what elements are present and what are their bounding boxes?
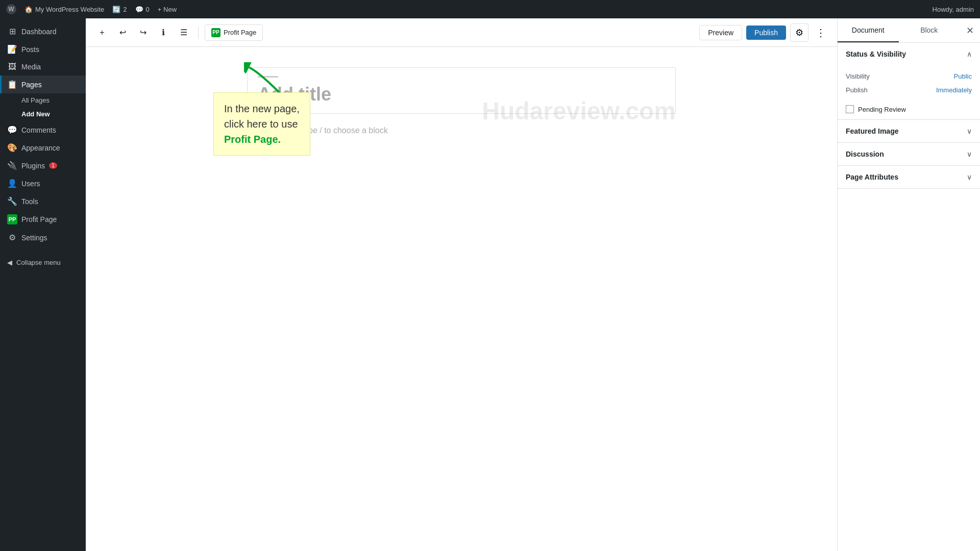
sidebar-item-settings[interactable]: ⚙ Settings [0, 229, 86, 246]
pending-review-checkbox[interactable] [846, 105, 854, 113]
sidebar-item-appearance[interactable]: 🎨 Appearance [0, 139, 86, 157]
more-options-button[interactable]: ⋮ [813, 24, 829, 41]
sidebar-label-pages: Pages [21, 81, 42, 89]
sidebar-item-dashboard[interactable]: ⊞ Dashboard [0, 22, 86, 40]
visibility-row: Visibility Public [846, 69, 972, 83]
sidebar-item-plugins[interactable]: 🔌 Plugins 1 [0, 157, 86, 174]
sidebar-item-users[interactable]: 👤 Users [0, 174, 86, 192]
sidebar-item-posts[interactable]: 📝 Posts [0, 40, 86, 58]
undo-icon: ↩ [119, 28, 126, 37]
section-featured-image: Featured Image ∨ [838, 120, 980, 143]
discussion-header[interactable]: Discussion ∨ [838, 143, 980, 165]
profit-page-toolbar-icon: PP [211, 28, 220, 37]
preview-button[interactable]: Preview [699, 25, 742, 40]
plugins-badge: 1 [49, 162, 57, 169]
panel-tabs: Document Block ✕ [838, 18, 980, 43]
sidebar-label-dashboard: Dashboard [21, 28, 57, 36]
howdy-text: Howdy, admin [933, 6, 974, 13]
tooltip-overlay: In the new page, click here to use Profi… [213, 62, 310, 156]
sidebar-label-comments: Comments [21, 126, 56, 134]
info-icon: ℹ [162, 28, 165, 37]
users-icon: 👤 [7, 179, 17, 188]
sidebar-subitem-add-new[interactable]: Add New [0, 107, 86, 121]
content-placeholder[interactable]: Start writing or type / to choose a bloc… [247, 126, 676, 135]
posts-icon: 📝 [7, 44, 17, 54]
add-new-label: Add New [21, 110, 50, 118]
close-icon: ✕ [966, 25, 974, 36]
page-attributes-title: Page Attributes [846, 173, 898, 181]
sidebar-item-profit-page[interactable]: PP Profit Page [0, 210, 86, 229]
pages-icon: 📋 [7, 80, 17, 89]
editor-area: + ↩ ↪ ℹ ☰ PP Profit Page Preview [86, 18, 837, 551]
appearance-icon: 🎨 [7, 143, 17, 153]
wp-logo-icon[interactable]: W [6, 4, 16, 14]
sidebar-label-appearance: Appearance [21, 144, 60, 152]
sidebar-label-media: Media [21, 63, 41, 71]
discussion-title: Discussion [846, 150, 884, 158]
profit-page-toolbar-label: Profit Page [224, 29, 256, 36]
gear-icon: ⚙ [795, 27, 803, 38]
sidebar-label-tools: Tools [21, 197, 38, 206]
sidebar-item-comments[interactable]: 💬 Comments [0, 121, 86, 139]
section-discussion: Discussion ∨ [838, 143, 980, 166]
collapse-icon: ◀ [7, 259, 12, 266]
featured-image-chevron: ∨ [967, 127, 972, 135]
media-icon: 🖼 [7, 62, 17, 71]
publish-label: Publish [846, 86, 868, 94]
redo-button[interactable]: ↪ [135, 24, 151, 41]
status-visibility-header[interactable]: Status & Visibility ∧ [838, 43, 980, 65]
status-visibility-body: Visibility Public Publish Immediately [838, 65, 980, 105]
collapse-label: Collapse menu [16, 259, 61, 266]
section-status-visibility: Status & Visibility ∧ Visibility Public … [838, 43, 980, 120]
status-visibility-title: Status & Visibility [846, 50, 906, 58]
all-pages-label: All Pages [21, 96, 50, 104]
sidebar-label-settings: Settings [21, 234, 47, 242]
sidebar-subitem-all-pages[interactable]: All Pages [0, 93, 86, 107]
updates-link[interactable]: 🔄 2 [112, 6, 127, 13]
publish-button[interactable]: Publish [746, 26, 786, 40]
redo-icon: ↪ [140, 28, 146, 37]
plugins-icon: 🔌 [7, 161, 17, 170]
right-panel: Document Block ✕ Status & Visibility ∧ V… [837, 18, 980, 551]
sidebar-item-pages[interactable]: 📋 Pages [0, 76, 86, 93]
list-icon: ☰ [180, 28, 187, 37]
title-input-area[interactable]: Add title [247, 67, 676, 114]
publish-row: Publish Immediately [846, 83, 972, 97]
featured-image-header[interactable]: Featured Image ∨ [838, 120, 980, 142]
tab-document[interactable]: Document [838, 18, 899, 42]
sidebar-item-tools[interactable]: 🔧 Tools [0, 192, 86, 210]
editor-content[interactable]: In the new page, click here to use Profi… [86, 47, 837, 551]
page-attributes-header[interactable]: Page Attributes ∨ [838, 166, 980, 188]
info-button[interactable]: ℹ [155, 24, 172, 41]
sidebar-label-profit-page: Profit Page [21, 215, 57, 223]
toolbar-right: Preview Publish ⚙ ⋮ [699, 23, 829, 42]
page-editor: Add title Start writing or type / to cho… [247, 67, 676, 135]
panel-close-button[interactable]: ✕ [960, 18, 980, 42]
comments-link[interactable]: 💬 0 [135, 6, 150, 13]
admin-bar: W 🏠 My WordPress Website 🔄 2 💬 0 + New H… [0, 0, 980, 18]
publish-value[interactable]: Immediately [936, 86, 972, 94]
section-page-attributes: Page Attributes ∨ [838, 166, 980, 189]
profit-page-toolbar-button[interactable]: PP Profit Page [205, 24, 263, 41]
collapse-menu-button[interactable]: ◀ Collapse menu [0, 255, 86, 270]
visibility-value[interactable]: Public [954, 72, 972, 80]
comments-icon: 💬 [7, 125, 17, 135]
add-block-button[interactable]: + [94, 24, 110, 41]
editor-toolbar: + ↩ ↪ ℹ ☰ PP Profit Page Preview [86, 18, 837, 47]
tools-icon: 🔧 [7, 196, 17, 206]
status-visibility-chevron: ∧ [967, 50, 972, 58]
featured-image-title: Featured Image [846, 127, 898, 135]
visibility-label: Visibility [846, 72, 870, 80]
sidebar-item-media[interactable]: 🖼 Media [0, 58, 86, 76]
site-name-link[interactable]: 🏠 My WordPress Website [24, 6, 104, 13]
tab-block[interactable]: Block [899, 18, 960, 42]
list-view-button[interactable]: ☰ [176, 24, 192, 41]
sidebar: ⊞ Dashboard 📝 Posts 🖼 Media 📋 Pages All … [0, 18, 86, 551]
new-content-link[interactable]: + New [158, 6, 177, 13]
settings-icon: ⚙ [7, 233, 17, 242]
pending-review-row: Pending Review [838, 105, 980, 119]
sidebar-label-plugins: Plugins [21, 162, 45, 170]
settings-gear-button[interactable]: ⚙ [790, 23, 808, 42]
tooltip-box: In the new page, click here to use Profi… [213, 92, 310, 156]
undo-button[interactable]: ↩ [114, 24, 131, 41]
